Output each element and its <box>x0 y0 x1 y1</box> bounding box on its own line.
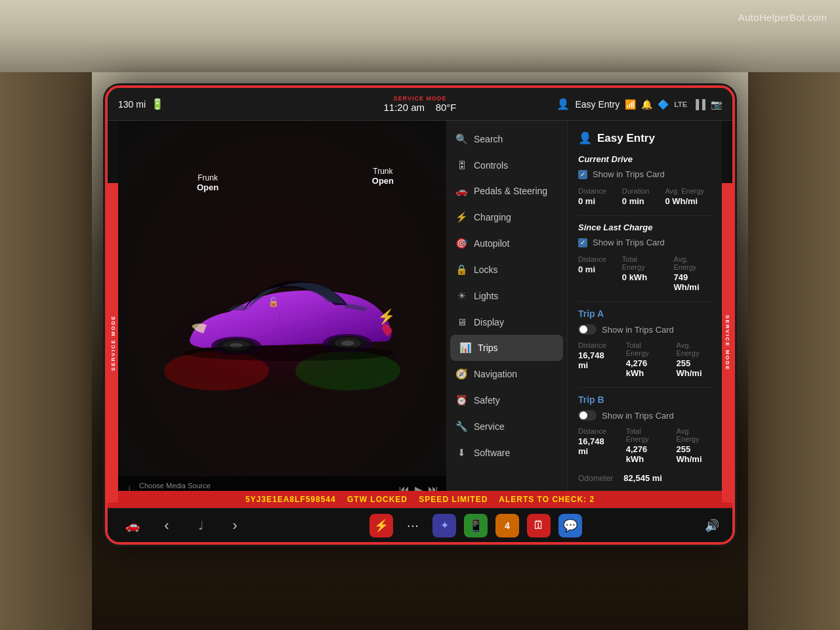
autopilot-icon: 🎯 <box>455 238 467 249</box>
service-mode-top-label: SERVICE MODE <box>394 95 447 102</box>
tb-avg-energy-label: Avg. Energy <box>677 427 711 443</box>
sidebar-item-pedals[interactable]: 🚗 Pedals & Steering <box>446 178 567 204</box>
alert-text: 5YJ3E1EA8LF598544 GTW LOCKED SPEED LIMIT… <box>245 495 595 504</box>
ta-avg-energy-value: 255 Wh/mi <box>677 358 711 378</box>
ta-distance-label: Distance <box>578 341 610 349</box>
menu-sidebar: 🔍 Search 🎛 Controls 🚗 Pedals & Steering … <box>446 121 568 503</box>
content-panel: 👤 Easy Entry Current Drive ✓ Show in Tri… <box>568 121 722 503</box>
app-more-button[interactable]: ··· <box>401 514 425 537</box>
ta-total-energy: Total Energy 4,276 kWh <box>626 341 661 378</box>
slc-total-energy-value: 0 kWh <box>622 272 658 282</box>
taskbar-apps: ⚡ ··· ✦ 📱 4 🗓 💬 <box>257 514 694 537</box>
gtw-text: GTW LOCKED <box>347 495 408 504</box>
current-drive-energy: Avg. Energy 0 Wh/mi <box>665 187 704 206</box>
sidebar-item-search[interactable]: 🔍 Search <box>446 126 567 152</box>
music-icon[interactable]: ♩ <box>189 514 213 537</box>
sidebar-item-display[interactable]: 🖥 Display <box>446 309 567 335</box>
current-drive-checkbox[interactable]: ✓ <box>578 170 587 179</box>
sidebar-item-safety[interactable]: ⏰ Safety <box>446 387 567 413</box>
time-temp-display: 11:20 am 80°F <box>383 102 456 113</box>
safety-label: Safety <box>474 395 500 406</box>
divider-1 <box>578 215 711 216</box>
trip-a-toggle[interactable] <box>578 324 597 335</box>
trip-a-stats: Distance 16,748 mi Total Energy 4,276 kW… <box>578 341 711 378</box>
display-icon: 🖥 <box>455 316 467 327</box>
since-last-charge-checkbox-row[interactable]: ✓ Show in Trips Card <box>578 238 711 247</box>
cd-energy-value: 0 Wh/mi <box>665 196 704 206</box>
sidebar-item-charging[interactable]: ⚡ Charging <box>446 204 567 230</box>
content-title: 👤 Easy Entry <box>578 131 711 145</box>
slc-avg-energy-label: Avg. Energy <box>674 255 712 271</box>
sidebar-item-controls[interactable]: 🎛 Controls <box>446 152 567 178</box>
sidebar-item-software[interactable]: ⬇ Software <box>446 440 567 466</box>
taskbar: 🚗 ‹ ♩ › ⚡ ··· ✦ 📱 4 🗓 💬 🔊 <box>108 508 732 542</box>
frunk-label: Frunk Open <box>197 173 219 192</box>
slc-distance-label: Distance <box>578 255 606 263</box>
lte-icon: LTE <box>674 100 687 108</box>
current-drive-stats: Distance 0 mi Duration 0 min Avg. Energy… <box>578 187 711 206</box>
sidebar-item-lights[interactable]: ☀ Lights <box>446 283 567 309</box>
status-bar: 130 mi 🔋 SERVICE MODE 11:20 am 80°F 👤 Ea… <box>108 88 732 121</box>
software-icon: ⬇ <box>455 447 467 459</box>
slc-distance: Distance 0 mi <box>578 255 606 292</box>
current-drive-distance: Distance 0 mi <box>578 187 606 206</box>
trip-b-toggle[interactable] <box>578 410 597 421</box>
signal-bars-icon: ▐▐ <box>692 99 705 110</box>
cd-duration-label: Duration <box>622 187 650 195</box>
app-flash-button[interactable]: ⚡ <box>369 514 393 537</box>
time-display: 11:20 am <box>383 102 425 113</box>
back-button[interactable]: ‹ <box>155 514 178 537</box>
sidebar-item-navigation[interactable]: 🧭 Navigation <box>446 361 567 387</box>
lights-label: Lights <box>474 291 498 301</box>
battery-icon: 🔋 <box>151 98 164 110</box>
app-messages-button[interactable]: 💬 <box>558 514 582 537</box>
sidebar-item-locks[interactable]: 🔒 Locks <box>446 257 567 283</box>
sidebar-item-trips[interactable]: 📊 Trips <box>450 335 563 361</box>
service-mode-left-bar: SERVICE MODE <box>108 183 118 503</box>
volume-icon[interactable]: 🔊 <box>705 518 719 533</box>
car-svg: ⚡ 🔓 <box>151 226 413 397</box>
easy-entry-label[interactable]: Easy Entry <box>575 99 620 110</box>
trip-a-toggle-knob <box>579 326 587 333</box>
trip-a-toggle-label: Show in Trips Card <box>602 325 674 335</box>
charging-label: Charging <box>474 212 511 222</box>
app-calendar-button[interactable]: 🗓 <box>527 514 551 537</box>
status-left: 130 mi 🔋 <box>118 98 556 110</box>
service-mode-right-bar: SERVICE MODE <box>722 183 732 503</box>
autopilot-label: Autopilot <box>474 238 509 249</box>
svg-point-12 <box>341 341 354 346</box>
service-label: Service <box>474 421 505 432</box>
trip-a-toggle-row[interactable]: Show in Trips Card <box>578 324 711 335</box>
tesla-screen: SERVICE MODE SERVICE MODE 130 mi 🔋 SERVI… <box>105 85 735 545</box>
tb-avg-energy-value: 255 Wh/mi <box>677 444 711 464</box>
since-charge-stats: Distance 0 mi Total Energy 0 kWh Avg. En… <box>578 255 711 292</box>
trips-icon: 📊 <box>459 342 471 354</box>
ta-distance-value: 16,748 mi <box>578 350 610 370</box>
forward-button[interactable]: › <box>223 514 247 537</box>
trunk-label: Trunk Open <box>372 167 394 186</box>
current-drive-checkbox-row[interactable]: ✓ Show in Trips Card <box>578 169 711 179</box>
trip-b-toggle-row[interactable]: Show in Trips Card <box>578 410 711 421</box>
current-drive-duration: Duration 0 min <box>622 187 650 206</box>
tb-distance-label: Distance <box>578 427 610 435</box>
app-games-button[interactable]: 4 <box>495 514 519 537</box>
media-source-label[interactable]: Choose Media Source <box>139 482 215 490</box>
person-icon-content: 👤 <box>578 131 592 145</box>
trip-b-toggle-label: Show in Trips Card <box>602 411 674 421</box>
content-title-text: Easy Entry <box>597 132 655 145</box>
sidebar-item-service[interactable]: 🔧 Service <box>446 413 567 440</box>
sidebar-item-autopilot[interactable]: 🎯 Autopilot <box>446 230 567 257</box>
car-button[interactable]: 🚗 <box>121 514 144 537</box>
tb-total-energy-value: 4,276 kWh <box>626 444 661 464</box>
main-area: Frunk Open Trunk Open <box>118 121 722 503</box>
tb-distance: Distance 16,748 mi <box>578 427 610 464</box>
software-label: Software <box>474 448 510 458</box>
bluetooth-icon: 🔷 <box>658 99 669 110</box>
trip-a-title: Trip A <box>578 308 711 319</box>
since-charge-checkbox[interactable]: ✓ <box>578 238 587 247</box>
service-mode-left-text: SERVICE MODE <box>110 315 116 371</box>
car-visualization: Frunk Open Trunk Open <box>118 121 446 503</box>
taskbar-right: 🔊 <box>705 518 719 533</box>
app-phone-button[interactable]: 📱 <box>464 514 488 537</box>
app-bluetooth-button[interactable]: ✦ <box>432 514 456 537</box>
